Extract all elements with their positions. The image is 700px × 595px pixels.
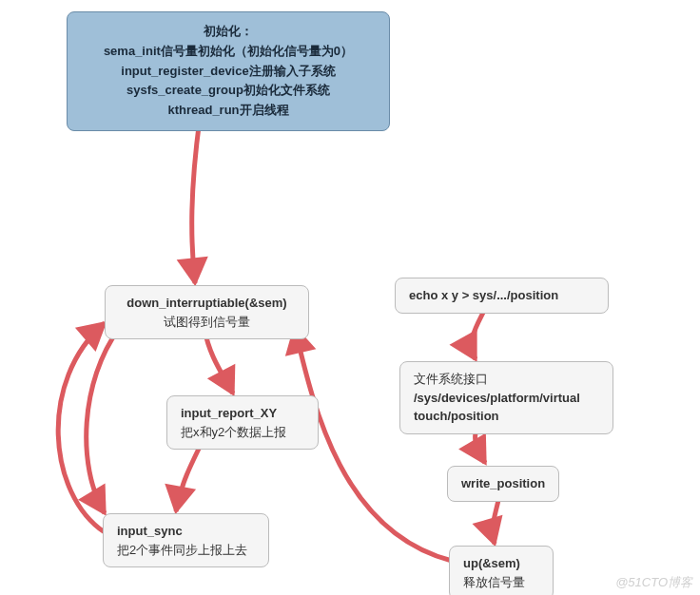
fsiface-sub: /sys/devices/platform/virtual touch/posi… bbox=[414, 389, 599, 426]
node-init: 初始化： sema_init信号量初始化（初始化信号量为0） input_reg… bbox=[67, 11, 390, 131]
writepos-title: write_position bbox=[461, 474, 545, 493]
watermark: @51CTO博客 bbox=[615, 574, 692, 591]
node-up-sem: up(&sem) 释放信号量 bbox=[449, 546, 554, 595]
up-sub: 释放信号量 bbox=[463, 573, 539, 592]
report-sub: 把x和y2个数据上报 bbox=[181, 423, 304, 442]
sync-sub: 把2个事件同步上报上去 bbox=[117, 541, 255, 560]
init-line3: input_register_device注册输入子系统 bbox=[87, 62, 370, 82]
node-input-report-xy: input_report_XY 把x和y2个数据上报 bbox=[166, 395, 319, 450]
node-echo: echo x y > sys/.../position bbox=[395, 278, 609, 314]
node-input-sync: input_sync 把2个事件同步上报上去 bbox=[103, 513, 269, 567]
init-line1: 初始化： bbox=[87, 22, 370, 42]
echo-title: echo x y > sys/.../position bbox=[409, 286, 594, 305]
node-write-position: write_position bbox=[447, 466, 559, 502]
up-title: up(&sem) bbox=[463, 554, 539, 573]
init-line4: sysfs_create_group初始化文件系统 bbox=[87, 81, 370, 101]
node-down-interruptiable: down_interruptiable(&sem) 试图得到信号量 bbox=[105, 285, 309, 339]
down-sub: 试图得到信号量 bbox=[119, 313, 295, 332]
fsiface-title: 文件系统接口 bbox=[414, 370, 599, 389]
down-title: down_interruptiable(&sem) bbox=[119, 294, 295, 313]
init-line2: sema_init信号量初始化（初始化信号量为0） bbox=[87, 42, 370, 62]
init-line5: kthread_run开启线程 bbox=[87, 101, 370, 121]
report-title: input_report_XY bbox=[181, 404, 304, 423]
sync-title: input_sync bbox=[117, 522, 255, 541]
node-fs-interface: 文件系统接口 /sys/devices/platform/virtual tou… bbox=[399, 361, 613, 434]
